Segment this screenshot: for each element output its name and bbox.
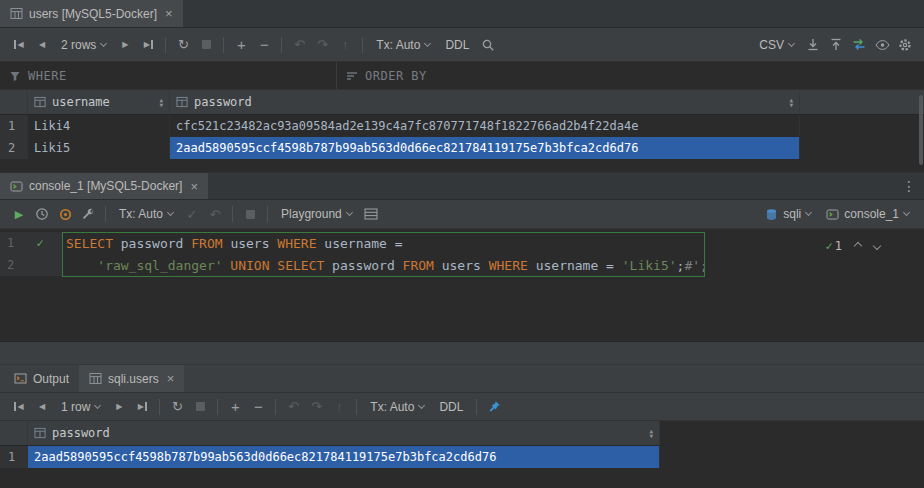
commit-icon[interactable]: ✓ — [181, 204, 203, 225]
rollback-icon[interactable]: ↶ — [204, 204, 226, 225]
sort-toggle-icon[interactable]: ▲▼ — [649, 428, 653, 438]
gear-icon[interactable] — [894, 34, 916, 55]
row-number[interactable]: 2 — [0, 137, 28, 159]
separator — [476, 399, 477, 415]
close-icon[interactable]: × — [167, 371, 175, 386]
separator — [267, 206, 268, 222]
header-filler — [800, 90, 924, 114]
run-icon[interactable]: ▶ — [8, 204, 30, 225]
close-icon[interactable]: × — [165, 6, 173, 21]
close-icon[interactable]: × — [190, 179, 198, 194]
revert-icon[interactable]: ↶ — [282, 396, 304, 417]
export-format-dropdown[interactable]: CSV — [752, 34, 801, 55]
pin-icon[interactable] — [483, 396, 505, 417]
page-size-dropdown[interactable]: 1 row — [54, 396, 107, 417]
grid-corner-cell[interactable] — [0, 421, 28, 445]
chevron-down-icon[interactable] — [873, 242, 881, 250]
statement-success-icon[interactable]: ✓ — [22, 236, 58, 250]
console-icon — [10, 180, 23, 193]
add-row-button[interactable]: + — [230, 34, 252, 55]
schema-dropdown[interactable]: sqli — [758, 204, 818, 225]
stop-icon[interactable] — [195, 34, 217, 55]
cell-password-selected[interactable]: 2aad5890595ccf4598b787b99ab563d0d66ec821… — [28, 446, 660, 468]
column-header-password[interactable]: password ▲▼ — [28, 421, 660, 445]
profiler-icon[interactable] — [54, 204, 76, 225]
tab-output[interactable]: Output — [4, 365, 79, 392]
kebab-menu-icon[interactable]: ⋮ — [902, 178, 916, 194]
revert-icon[interactable]: ↶ — [288, 34, 310, 55]
tab-users-table[interactable]: users [MySQL5-Docker] × — [0, 0, 183, 27]
next-page-button[interactable]: ▶ — [108, 396, 130, 417]
where-label: WHERE — [28, 69, 67, 83]
sort-toggle-icon[interactable]: ▲▼ — [159, 97, 163, 107]
cell-password[interactable]: cfc521c23482ac93a09584ad2e139c4a7fc87077… — [170, 115, 800, 137]
ddl-button[interactable]: DDL — [432, 400, 470, 414]
next-page-button[interactable]: ▶ — [114, 34, 136, 55]
order-by-filter-field[interactable]: ORDER BY — [337, 62, 436, 89]
refresh-icon[interactable]: ↻ — [166, 396, 188, 417]
history-clock-icon[interactable] — [31, 204, 53, 225]
chevron-down-icon — [418, 401, 425, 408]
results-layout-icon[interactable] — [360, 204, 382, 225]
sort-toggle-icon[interactable]: ▲▼ — [789, 97, 793, 107]
table-icon — [10, 7, 23, 20]
code-line[interactable]: SELECT password FROM users WHERE usernam… — [62, 236, 403, 251]
editor-gutter: 2 — [0, 254, 62, 276]
playground-dropdown[interactable]: Playground — [274, 204, 359, 225]
last-page-button[interactable]: ▶ — [137, 34, 159, 55]
console-session-dropdown[interactable]: console_1 — [819, 204, 916, 225]
import-data-icon[interactable] — [825, 34, 847, 55]
add-row-button[interactable]: + — [224, 396, 246, 417]
separator — [281, 37, 282, 53]
redo-icon[interactable]: ↷ — [311, 34, 333, 55]
sql-editor[interactable]: 1 ✓ SELECT password FROM users WHERE use… — [0, 229, 924, 342]
row-number[interactable]: 1 — [0, 446, 28, 468]
delete-row-button[interactable]: − — [253, 34, 275, 55]
ddl-button[interactable]: DDL — [438, 38, 476, 52]
results-tab-bar: Output sqli.users × — [0, 365, 924, 393]
export-data-icon[interactable] — [802, 34, 824, 55]
prev-page-button[interactable]: ◀ — [31, 34, 53, 55]
page-size-dropdown[interactable]: 2 rows — [54, 34, 113, 55]
tab-sqli-users-result[interactable]: sqli.users × — [79, 365, 184, 392]
console-session-label: console_1 — [844, 207, 899, 221]
stop-icon[interactable] — [239, 204, 261, 225]
cell-username[interactable]: Liki5 — [28, 137, 170, 159]
prev-page-button[interactable]: ◀ — [31, 396, 53, 417]
vertical-scrollbar[interactable] — [919, 95, 923, 165]
row-number[interactable]: 1 — [0, 115, 28, 137]
cell-username[interactable]: Liki4 — [28, 115, 170, 137]
column-icon — [34, 96, 46, 108]
column-header-password[interactable]: password ▲▼ — [170, 90, 800, 114]
table-row[interactable]: 1 2aad5890595ccf4598b787b99ab563d0d66ec8… — [0, 446, 660, 468]
line-number: 1 — [0, 236, 22, 250]
submit-icon[interactable]: ↑ — [334, 34, 356, 55]
execution-status-widget: ✓1 — [826, 239, 880, 253]
last-page-button[interactable]: ▶ — [131, 396, 153, 417]
tx-mode-dropdown[interactable]: Tx: Auto — [112, 204, 180, 225]
tx-mode-label: Tx: Auto — [119, 207, 163, 221]
table-row[interactable]: 2 Liki5 2aad5890595ccf4598b787b99ab563d0… — [0, 137, 924, 159]
refresh-icon[interactable]: ↻ — [172, 34, 194, 55]
redo-icon[interactable]: ↷ — [305, 396, 327, 417]
eye-icon[interactable] — [871, 34, 893, 55]
wrench-icon[interactable] — [77, 204, 99, 225]
grid-corner-cell[interactable] — [0, 90, 28, 114]
code-line[interactable]: 'raw_sql_danger' UNION SELECT password F… — [62, 258, 708, 273]
column-header-username[interactable]: username ▲▼ — [28, 90, 170, 114]
editor-line: 2 'raw_sql_danger' UNION SELECT password… — [0, 254, 924, 276]
tab-console-1[interactable]: console_1 [MySQL5-Docker] × — [0, 173, 208, 199]
first-page-button[interactable]: ◀ — [8, 34, 30, 55]
submit-icon[interactable]: ↑ — [328, 396, 350, 417]
cell-password-selected[interactable]: 2aad5890595ccf4598b787b99ab563d0d66ec821… — [170, 137, 800, 159]
tx-mode-dropdown[interactable]: Tx: Auto — [363, 396, 431, 417]
delete-row-button[interactable]: − — [247, 396, 269, 417]
table-row[interactable]: 1 Liki4 cfc521c23482ac93a09584ad2e139c4a… — [0, 115, 924, 137]
search-icon[interactable] — [477, 34, 499, 55]
transpose-icon[interactable] — [848, 34, 870, 55]
stop-icon[interactable] — [189, 396, 211, 417]
chevron-up-icon[interactable] — [854, 242, 862, 250]
where-filter-field[interactable]: WHERE — [0, 62, 337, 89]
tx-mode-dropdown[interactable]: Tx: Auto — [369, 34, 437, 55]
first-page-button[interactable]: ◀ — [8, 396, 30, 417]
